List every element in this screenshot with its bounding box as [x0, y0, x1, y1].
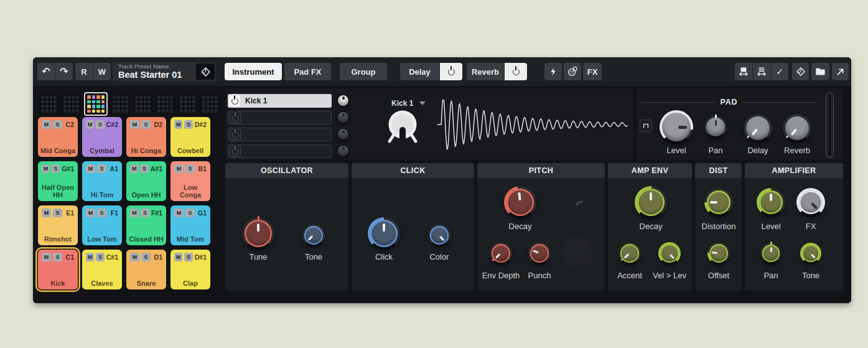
track-preset-field[interactable]: Track Preset Name Beat Starter 01	[113, 62, 216, 81]
pad-kick-selected[interactable]: MSC1Kick	[38, 250, 78, 289]
solo-button[interactable]: S	[53, 120, 62, 129]
pad-bank-8[interactable]	[200, 94, 220, 115]
solo-button[interactable]: S	[141, 253, 151, 261]
tab-pad-fx[interactable]: Pad FX	[284, 63, 331, 80]
pad-bank-3-selected[interactable]	[84, 92, 108, 116]
amp-level-knob[interactable]	[757, 188, 785, 217]
tone-knob[interactable]	[302, 224, 325, 247]
vel-lev-knob[interactable]	[658, 242, 681, 265]
distortion-knob[interactable]	[704, 188, 733, 217]
pad-mid-tom[interactable]: MSG1Mid Tom	[170, 205, 210, 245]
amp-pan-knob[interactable]	[760, 243, 782, 264]
slot-4-level-knob[interactable]	[337, 145, 349, 157]
mute-button[interactable]: M	[42, 209, 51, 217]
pad-cymbal[interactable]: MSC#2Cymbal	[82, 117, 122, 157]
mute-button[interactable]: M	[86, 164, 95, 173]
amp-tone-knob[interactable]	[800, 243, 821, 264]
delay-power-toggle[interactable]	[440, 63, 462, 80]
solo-button[interactable]: S	[97, 209, 106, 217]
slot-power-toggle[interactable]	[229, 95, 240, 106]
macro-knob-icon[interactable]	[384, 106, 421, 148]
pad-cowbell[interactable]: MSD#2Cowbell	[170, 117, 210, 157]
offset-knob[interactable]	[707, 242, 730, 265]
pad-pan-knob[interactable]	[704, 116, 727, 138]
pad-closed-hh[interactable]: MSF#1Closed HH	[126, 205, 166, 245]
pad-low-conga[interactable]: MSB1Low Conga	[170, 161, 210, 201]
solo-button[interactable]: S	[140, 164, 148, 173]
solo-button[interactable]: S	[53, 253, 62, 261]
pad-level-knob[interactable]	[660, 110, 693, 144]
tab-instrument[interactable]: Instrument	[225, 63, 282, 80]
pad-clap[interactable]: MSD#1Clap	[170, 250, 210, 289]
mute-button[interactable]: M	[174, 120, 182, 129]
pad-reverb-send-knob[interactable]	[783, 114, 811, 143]
amp-decay-knob[interactable]	[635, 186, 667, 219]
mute-button[interactable]: M	[42, 253, 51, 261]
device-slot-3[interactable]	[228, 128, 332, 141]
slot-power-toggle[interactable]	[230, 146, 241, 157]
color-knob[interactable]	[428, 224, 450, 247]
mute-button[interactable]: M	[130, 164, 138, 173]
device-slot-1[interactable]: Kick 1	[228, 94, 332, 108]
midi-routing-button[interactable]	[564, 63, 581, 80]
pad-bank-6[interactable]	[156, 94, 175, 115]
pad-mid-conga[interactable]: MSC2Mid Conga	[38, 117, 78, 157]
redo-button[interactable]: ↷	[55, 63, 73, 80]
solo-button[interactable]: S	[184, 253, 192, 261]
mute-button[interactable]: M	[42, 164, 50, 173]
device-slot-4[interactable]	[228, 144, 332, 158]
pad-open-hh[interactable]: MSA#1Open HH	[126, 161, 166, 201]
pad-half-open-hh[interactable]: MSG#1Half Open HH	[38, 161, 78, 201]
mute-button[interactable]: M	[130, 209, 139, 217]
tab-delay[interactable]: Delay	[400, 63, 439, 80]
accent-knob[interactable]	[618, 242, 641, 265]
pad-hi-tom[interactable]: MSA1Hi Tom	[82, 161, 122, 201]
pitch-decay-knob[interactable]	[504, 186, 536, 219]
mute-button[interactable]: M	[174, 253, 182, 261]
solo-button[interactable]: S	[184, 120, 192, 129]
mute-button[interactable]: M	[174, 209, 184, 217]
choke-button[interactable]	[640, 120, 652, 132]
solo-button[interactable]: S	[185, 209, 195, 217]
mute-button[interactable]: M	[86, 120, 94, 129]
solo-button[interactable]: S	[96, 253, 104, 261]
mute-button[interactable]: M	[130, 120, 139, 129]
fx-button[interactable]: FX	[583, 63, 602, 80]
mute-button[interactable]: M	[42, 120, 51, 129]
mute-button[interactable]: M	[86, 209, 95, 217]
mute-button[interactable]: M	[174, 164, 184, 173]
click-knob[interactable]	[368, 217, 400, 250]
tune-knob[interactable]	[242, 217, 274, 250]
pad-hi-conga[interactable]: MSD2Hi Conga	[126, 117, 166, 157]
solo-button[interactable]: S	[97, 164, 106, 173]
undo-button[interactable]: ↶	[37, 63, 55, 80]
list-width-button[interactable]	[753, 63, 770, 80]
pad-width-button[interactable]	[735, 63, 752, 80]
quick-action-button[interactable]	[544, 63, 562, 80]
pad-snare[interactable]: MSD1Snare	[126, 250, 166, 289]
mute-button[interactable]: M	[86, 253, 94, 261]
pad-bank-4[interactable]	[111, 94, 130, 115]
pitch-mod-icon[interactable]	[570, 193, 589, 212]
solo-button[interactable]: S	[185, 164, 195, 173]
pad-bank-7[interactable]	[178, 94, 197, 115]
solo-button[interactable]: S	[141, 209, 149, 217]
browse-button[interactable]	[811, 63, 829, 80]
slot-power-toggle[interactable]	[230, 129, 241, 140]
solo-button[interactable]: S	[96, 120, 104, 129]
automation-read-button[interactable]: R	[75, 63, 93, 80]
device-slot-2[interactable]	[228, 111, 332, 125]
solo-button[interactable]: S	[52, 164, 60, 173]
tab-group[interactable]: Group	[340, 63, 387, 80]
slot-2-level-knob[interactable]	[337, 111, 349, 123]
pad-bank-1[interactable]	[39, 94, 58, 115]
tab-reverb[interactable]: Reverb	[467, 63, 504, 80]
scrollbar[interactable]	[826, 92, 834, 158]
slot-power-toggle[interactable]	[230, 112, 241, 123]
slot-1-level-knob[interactable]	[337, 95, 349, 106]
pad-rimshot[interactable]: MSE1Rimshot	[38, 205, 78, 245]
pad-bank-2[interactable]	[62, 94, 81, 115]
preset-diamond-button[interactable]	[792, 63, 809, 80]
reverb-power-toggle[interactable]	[505, 63, 527, 80]
mute-button[interactable]: M	[130, 253, 139, 261]
